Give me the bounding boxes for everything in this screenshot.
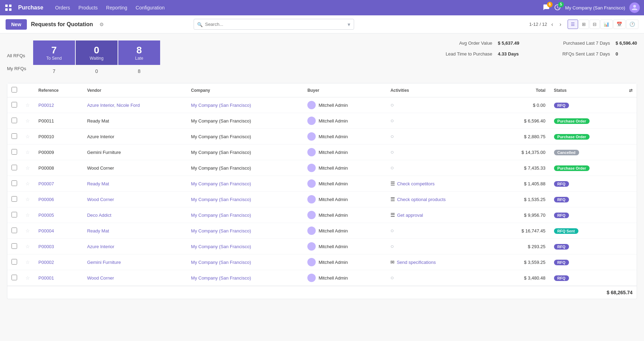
new-button[interactable]: New [6, 19, 27, 30]
nav-products[interactable]: Products [75, 3, 101, 13]
row-checkbox[interactable] [12, 180, 17, 186]
col-status[interactable]: Status [550, 83, 625, 97]
company-link[interactable]: My Company (San Francisco) [191, 103, 251, 108]
favorite-star[interactable]: ☆ [25, 165, 30, 171]
ref-link[interactable]: P00005 [38, 213, 54, 218]
company-link[interactable]: My Company (San Francisco) [191, 197, 251, 202]
row-checkbox[interactable] [12, 165, 17, 170]
col-activities[interactable]: Activities [386, 83, 495, 97]
company-name[interactable]: My Company (San Francisco) [565, 5, 625, 10]
row-action-cell [625, 192, 637, 207]
row-checkbox[interactable] [12, 102, 17, 108]
buyer-name: Mitchell Admin [319, 134, 348, 139]
row-action-cell [625, 254, 637, 270]
activity-link[interactable]: Check optional products [397, 197, 445, 202]
activity-link[interactable]: Send specifications [397, 260, 436, 265]
buyer-avatar [307, 164, 316, 172]
calendar-view-button[interactable]: 📅 [613, 20, 626, 29]
favorite-star[interactable]: ☆ [25, 181, 30, 186]
buyer-name: Mitchell Admin [319, 181, 348, 186]
col-total[interactable]: Total [495, 83, 550, 97]
search-input[interactable] [194, 19, 354, 30]
company-link[interactable]: My Company (San Francisco) [191, 244, 251, 249]
table-view-button[interactable]: ⊟ [590, 20, 600, 29]
favorite-star[interactable]: ☆ [25, 244, 30, 249]
row-checkbox[interactable] [12, 243, 17, 249]
vendor-link[interactable]: Ready Mat [87, 228, 109, 233]
company-link[interactable]: My Company (San Francisco) [191, 260, 251, 265]
company-link[interactable]: My Company (San Francisco) [191, 275, 251, 281]
row-checkbox[interactable] [12, 149, 17, 155]
favorite-star[interactable]: ☆ [25, 197, 30, 202]
chart-view-button[interactable]: 📊 [600, 20, 613, 29]
search-dropdown-icon[interactable]: ▼ [347, 22, 351, 27]
vendor-link[interactable]: Ready Mat [87, 181, 109, 186]
favorite-star[interactable]: ☆ [25, 275, 30, 281]
timer-icon[interactable]: 5 [554, 4, 561, 12]
favorite-star[interactable]: ☆ [25, 212, 30, 218]
nav-reporting[interactable]: Reporting [103, 3, 131, 13]
row-checkbox[interactable] [12, 275, 17, 280]
vendor-link[interactable]: Wood Corner [87, 275, 114, 281]
row-checkbox[interactable] [12, 133, 17, 139]
ref-link[interactable]: P00012 [38, 103, 54, 108]
next-page-button[interactable]: › [557, 21, 563, 28]
row-checkbox[interactable] [12, 228, 17, 233]
activity-link[interactable]: Get approval [397, 213, 423, 218]
nav-configuration[interactable]: Configuration [132, 3, 168, 13]
favorite-star[interactable]: ☆ [25, 259, 30, 265]
buyer-avatar [307, 242, 316, 251]
ref-link[interactable]: P00003 [38, 244, 54, 249]
to-send-card[interactable]: 7 To Send [33, 40, 75, 65]
vendor-link[interactable]: Azure Interior [87, 244, 114, 249]
buyer-avatar [307, 258, 316, 266]
row-checkbox[interactable] [12, 259, 17, 265]
vendor-link[interactable]: Wood Corner [87, 197, 114, 202]
settings-icon[interactable]: ⚙ [99, 22, 104, 27]
ref-link[interactable]: P00004 [38, 228, 54, 233]
ref-link[interactable]: P00007 [38, 181, 54, 186]
row-checkbox[interactable] [12, 212, 17, 217]
col-buyer[interactable]: Buyer [303, 83, 386, 97]
vendor-link[interactable]: Deco Addict [87, 213, 111, 218]
col-settings[interactable]: ⇄ [625, 83, 637, 97]
row-action-cell [625, 270, 637, 286]
user-avatar[interactable] [629, 2, 640, 13]
row-checkbox[interactable] [12, 196, 17, 202]
vendor-link[interactable]: Azure Interior, Nicole Ford [87, 103, 140, 108]
row-checkbox[interactable] [12, 118, 17, 123]
total-cell: $ 7,435.33 [495, 160, 550, 176]
vendor-link[interactable]: Gemini Furniture [87, 260, 121, 265]
select-all-checkbox[interactable] [12, 87, 17, 92]
kanban-view-button[interactable]: ⊞ [579, 20, 589, 29]
favorite-star[interactable]: ☆ [25, 149, 30, 155]
col-vendor[interactable]: Vendor [83, 83, 187, 97]
ref-link[interactable]: P00001 [38, 275, 54, 281]
ref-cell: P00009 [34, 144, 83, 160]
nav-orders[interactable]: Orders [52, 3, 74, 13]
ref-link[interactable]: P00002 [38, 260, 54, 265]
app-grid-icon[interactable] [4, 3, 13, 12]
col-company[interactable]: Company [187, 83, 304, 97]
activity-link[interactable]: Check competitors [397, 181, 435, 186]
chat-icon[interactable]: 6 [543, 4, 550, 12]
my-rfqs-label[interactable]: My RFQs [7, 66, 26, 71]
company-link[interactable]: My Company (San Francisco) [191, 228, 251, 233]
company-link[interactable]: My Company (San Francisco) [191, 181, 251, 186]
col-reference[interactable]: Reference [34, 83, 83, 97]
waiting-card[interactable]: 0 Waiting [76, 40, 118, 65]
favorite-star[interactable]: ☆ [25, 134, 30, 139]
all-rfqs-label[interactable]: All RFQs [7, 53, 26, 58]
clock-view-button[interactable]: 🕐 [626, 20, 638, 29]
status-badge: RFQ [554, 181, 569, 187]
prev-page-button[interactable]: ‹ [549, 21, 555, 28]
buyer-avatar [307, 211, 316, 219]
status-cell: RFQ [550, 207, 625, 223]
list-view-button[interactable]: ☰ [568, 20, 578, 29]
company-link[interactable]: My Company (San Francisco) [191, 213, 251, 218]
favorite-star[interactable]: ☆ [25, 228, 30, 233]
ref-link[interactable]: P00006 [38, 197, 54, 202]
favorite-star[interactable]: ☆ [25, 102, 30, 108]
late-card[interactable]: 8 Late [118, 40, 160, 65]
favorite-star[interactable]: ☆ [25, 118, 30, 124]
